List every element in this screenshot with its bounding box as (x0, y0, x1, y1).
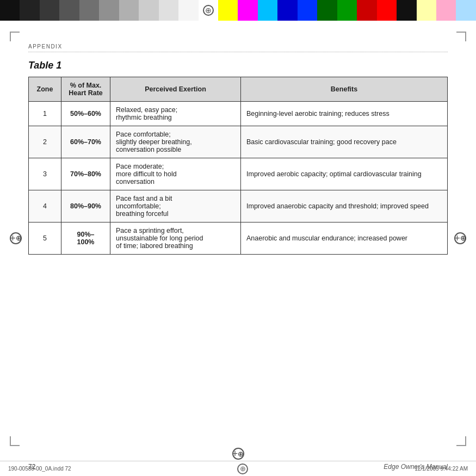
cell-heartrate: 60%–70% (61, 126, 110, 158)
col-header-benefits: Benefits (241, 77, 448, 102)
cell-perceived: Pace fast and a bituncomfortable;breathi… (110, 190, 241, 222)
color-bar: ⊕ (0, 0, 476, 21)
cell-perceived: Pace moderate;more difficult to holdconv… (110, 158, 241, 190)
cell-heartrate: 50%–60% (61, 102, 110, 126)
appendix-divider (28, 52, 448, 52)
cell-benefits: Improved aerobic capacity; optimal cardi… (241, 158, 448, 190)
table-row: 150%–60%Relaxed, easy pace;rhythmic brea… (29, 102, 448, 126)
table-row: 370%–80%Pace moderate;more difficult to … (29, 158, 448, 190)
crosshair-left: ⊕ (10, 232, 22, 244)
crosshair-bottom: ⊕ (232, 448, 244, 460)
corner-mark-tl (10, 32, 20, 41)
cell-benefits: Basic cardiovascular training; good reco… (241, 126, 448, 158)
appendix-label: Appendix (28, 44, 448, 50)
bottom-bar-left: 190-00580-00_0A.indd 72 (8, 466, 71, 472)
cell-zone: 3 (29, 158, 61, 190)
cell-perceived: Relaxed, easy pace;rhythmic breathing (110, 102, 241, 126)
bottom-bar-right: 12/1/2005 9:44:22 AM (415, 466, 468, 472)
cell-heartrate: 70%–80% (61, 158, 110, 190)
table-header-row: Zone % of Max.Heart Rate Perceived Exert… (29, 77, 448, 102)
col-header-zone: Zone (29, 77, 61, 102)
col-header-perceived: Perceived Exertion (110, 77, 241, 102)
corner-mark-tr (456, 32, 466, 41)
cell-zone: 5 (29, 222, 61, 255)
corner-mark-br (456, 436, 466, 446)
bottom-bar: 190-00580-00_0A.indd 72 ⊕ 12/1/2005 9:44… (0, 461, 476, 476)
cell-zone: 2 (29, 126, 61, 158)
main-table: Zone % of Max.Heart Rate Perceived Exert… (28, 77, 448, 255)
table-row: 590%–100%Pace a sprinting effort,unsusta… (29, 222, 448, 255)
corner-mark-bl (10, 436, 20, 446)
cell-zone: 1 (29, 102, 61, 126)
cell-zone: 4 (29, 190, 61, 222)
table-row: 480%–90%Pace fast and a bituncomfortable… (29, 190, 448, 222)
table-title: Table 1 (28, 60, 448, 71)
cell-benefits: Anaerobic and muscular endurance; increa… (241, 222, 448, 255)
col-header-heartrate: % of Max.Heart Rate (61, 77, 110, 102)
cell-benefits: Improved anaerobic capacity and threshol… (241, 190, 448, 222)
main-content: Appendix Table 1 Zone % of Max.Heart Rat… (28, 44, 448, 443)
bottom-crosshair: ⊕ (237, 463, 248, 474)
cell-perceived: Pace comfortable;slightly deeper breathi… (110, 126, 241, 158)
cell-perceived: Pace a sprinting effort,unsustainable fo… (110, 222, 241, 255)
cell-heartrate: 80%–90% (61, 190, 110, 222)
cell-heartrate: 90%–100% (61, 222, 110, 255)
table-row: 260%–70%Pace comfortable;slightly deeper… (29, 126, 448, 158)
crosshair-right: ⊕ (454, 232, 466, 244)
cell-benefits: Beginning-level aerobic training; reduce… (241, 102, 448, 126)
